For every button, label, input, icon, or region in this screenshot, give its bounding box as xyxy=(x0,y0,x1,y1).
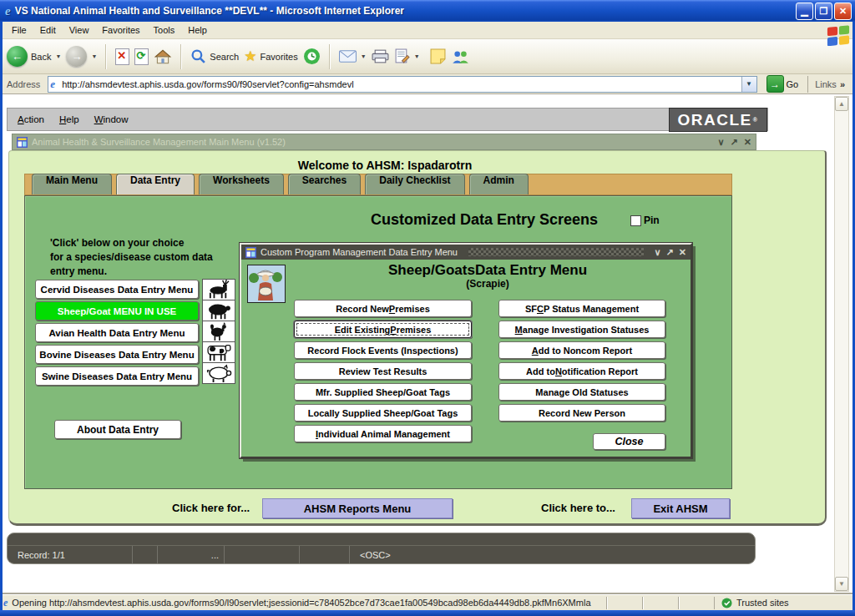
links-button[interactable]: Links » xyxy=(807,76,852,93)
tab-data-entry[interactable]: Data Entry xyxy=(116,174,195,194)
forward-button[interactable]: → ▼ xyxy=(66,46,97,67)
menu-edit[interactable]: Edit xyxy=(33,23,63,37)
review-test-results-button[interactable]: Review Test Results xyxy=(294,362,472,380)
go-label: Go xyxy=(787,79,799,89)
avian-menu-button[interactable]: Avian Health Data Entry Menu xyxy=(35,323,199,342)
address-dropdown-icon[interactable]: ▼ xyxy=(741,77,756,92)
back-dropdown-icon[interactable]: ▼ xyxy=(55,53,61,59)
sfcp-status-management-button[interactable]: SFCP Status Management xyxy=(498,300,665,317)
edit-button[interactable]: ▼ xyxy=(394,48,420,64)
record-flock-events-button[interactable]: Record Flock Events (Inspections) xyxy=(294,341,472,359)
oracle-menu-action[interactable]: Action xyxy=(18,114,44,124)
mail-button[interactable]: ▼ xyxy=(339,50,367,63)
address-label: Address xyxy=(3,79,43,89)
scroll-up-icon[interactable]: ▲ xyxy=(835,97,848,111)
minimize-button[interactable]: ▁ xyxy=(796,3,813,20)
oracle-menu-help[interactable]: Help xyxy=(59,114,79,124)
address-field[interactable]: e ▼ xyxy=(48,76,756,93)
pin-control: Pin xyxy=(630,215,660,226)
status-page-icon: e xyxy=(3,597,8,609)
window-border-left xyxy=(0,22,3,610)
tab-searches[interactable]: Searches xyxy=(288,174,361,194)
trusted-check-icon xyxy=(721,598,732,608)
print-icon xyxy=(372,49,389,63)
mdi-close-icon[interactable]: ✕ xyxy=(744,137,751,148)
vertical-scrollbar[interactable]: ▲ ▼ xyxy=(834,96,849,592)
record-new-person-button[interactable]: Record New Person xyxy=(498,404,665,422)
menu-view[interactable]: View xyxy=(63,23,96,37)
back-button[interactable]: ← Back ▼ xyxy=(7,46,61,67)
menu-tools[interactable]: Tools xyxy=(147,23,182,37)
sheep-goat-menu-button[interactable]: Sheep/Goat MENU IN USE xyxy=(35,301,199,321)
favorites-button[interactable]: ★ Favorites xyxy=(244,48,298,65)
go-button[interactable]: → Go xyxy=(761,75,804,93)
back-label: Back xyxy=(31,52,51,62)
record-indicator: Record: 1/1 xyxy=(8,546,133,564)
browser-menubar: File Edit View Favorites Tools Help xyxy=(0,22,855,39)
mdi-minimize-icon[interactable]: ∨ xyxy=(718,137,725,148)
refresh-button[interactable]: ⟳ xyxy=(134,48,149,65)
swine-menu-button[interactable]: Swine Diseases Data Entry Menu xyxy=(35,366,199,386)
osc-indicator: <OSC> xyxy=(350,546,755,564)
bovine-menu-button[interactable]: Bovine Diseases Data Entry Menu xyxy=(35,345,199,364)
ahsm-reports-menu-button[interactable]: AHSM Reports Menu xyxy=(262,498,453,518)
cervid-menu-button[interactable]: Cervid Diseases Data Entry Menu xyxy=(35,280,199,299)
messenger-button[interactable] xyxy=(451,49,469,64)
edit-dropdown-icon[interactable]: ▼ xyxy=(414,53,420,59)
security-zone: Trusted sites xyxy=(714,597,855,609)
stop-button[interactable]: ✕ xyxy=(115,48,129,65)
menu-file[interactable]: File xyxy=(5,23,33,37)
forward-dropdown-icon[interactable]: ▼ xyxy=(91,53,97,59)
dialog-maximize-icon[interactable]: ↗ xyxy=(666,247,674,258)
window-border-bottom xyxy=(0,610,855,616)
exit-ahsm-button[interactable]: Exit AHSM xyxy=(631,498,730,518)
address-input[interactable] xyxy=(59,79,741,89)
mail-dropdown-icon[interactable]: ▼ xyxy=(361,53,367,59)
note-icon xyxy=(430,48,446,64)
manage-investigation-statuses-button[interactable]: Manage Investigation Statuses xyxy=(498,321,665,338)
discuss-button[interactable] xyxy=(430,48,446,64)
ahsm-page: Welcome to AHSM: Ispadarotrn Main Menu D… xyxy=(8,150,827,526)
print-button[interactable] xyxy=(372,49,389,63)
about-data-entry-button[interactable]: About Data Entry xyxy=(54,420,181,439)
tab-daily-checklist[interactable]: Daily Checklist xyxy=(365,174,464,194)
add-to-notification-report-button[interactable]: Add to Notification Report xyxy=(498,362,665,380)
tab-worksheets[interactable]: Worksheets xyxy=(199,174,284,194)
pin-checkbox[interactable] xyxy=(630,215,641,226)
menu-help[interactable]: Help xyxy=(181,23,214,37)
ie-logo-icon: e xyxy=(5,4,11,18)
console-message-line xyxy=(8,533,755,546)
mdi-window-title: Animal Health & Surveillance Management … xyxy=(32,137,714,147)
toolbar-separator xyxy=(329,44,331,69)
mail-icon xyxy=(339,50,357,63)
add-to-noncom-report-button[interactable]: Add to Noncom Report xyxy=(498,341,665,359)
dialog-close-button[interactable]: Close xyxy=(593,433,665,450)
browser-content: Action Help Window ORACLE® Animal Health… xyxy=(0,94,855,594)
edit-existing-premises-button[interactable]: Edit Existing Premises xyxy=(294,321,472,338)
tab-main-menu[interactable]: Main Menu xyxy=(32,174,112,194)
menu-favorites[interactable]: Favorites xyxy=(95,23,146,37)
window-title: VS National Animal Health and Surveillan… xyxy=(15,5,796,17)
form-window-icon xyxy=(17,137,28,148)
restore-button[interactable]: ❐ xyxy=(815,3,832,20)
individual-animal-management-button[interactable]: Individual Animal Management xyxy=(294,425,472,442)
history-button[interactable] xyxy=(303,48,321,65)
manage-old-statuses-button[interactable]: Manage Old Statuses xyxy=(498,383,665,401)
mdi-titlebar: Animal Health & Surveillance Management … xyxy=(12,134,756,150)
locally-supplied-tags-button[interactable]: Locally Supplied Sheep/Goat Tags xyxy=(294,404,472,422)
dialog-heading-sub: (Scrapie) xyxy=(291,278,684,290)
record-new-premises-button[interactable]: Record New Premises xyxy=(294,300,472,317)
oracle-menu-window[interactable]: Window xyxy=(94,114,129,124)
close-button[interactable]: ✕ xyxy=(834,3,852,20)
tab-admin[interactable]: Admin xyxy=(469,174,529,194)
dialog-minimize-icon[interactable]: ∨ xyxy=(655,247,661,258)
home-button[interactable] xyxy=(154,49,172,64)
mfr-supplied-tags-button[interactable]: Mfr. Supplied Sheep/Goat Tags xyxy=(294,383,472,401)
titlebar: e VS National Animal Health and Surveill… xyxy=(0,0,855,22)
dialog-close-icon[interactable]: ✕ xyxy=(679,247,686,258)
history-icon xyxy=(303,48,321,65)
form-window-icon xyxy=(245,247,256,258)
scroll-down-icon[interactable]: ▼ xyxy=(835,577,848,591)
mdi-maximize-icon[interactable]: ↗ xyxy=(731,137,738,148)
search-button[interactable]: Search xyxy=(190,48,239,64)
